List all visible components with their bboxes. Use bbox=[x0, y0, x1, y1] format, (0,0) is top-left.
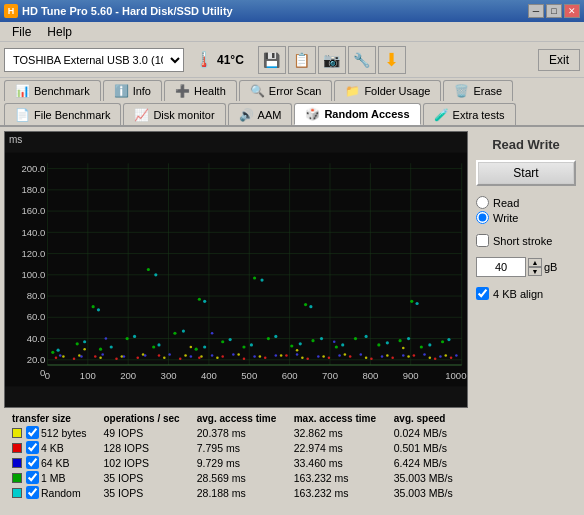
avg-speed-cell: 0.024 MB/s bbox=[390, 425, 464, 440]
svg-point-109 bbox=[211, 332, 214, 335]
transfer-size-label: Random bbox=[41, 487, 81, 499]
svg-point-110 bbox=[333, 340, 336, 343]
toolbar: TOSHIBA External USB 3.0 (1000 gB) 🌡️ 41… bbox=[0, 42, 584, 78]
tab-diskmonitor[interactable]: 📈 Disk monitor bbox=[123, 103, 225, 125]
avg-access-cell: 28.569 ms bbox=[193, 470, 290, 485]
svg-point-130 bbox=[198, 298, 201, 301]
toolbar-icon-1[interactable]: 💾 bbox=[258, 46, 286, 74]
svg-point-86 bbox=[434, 357, 437, 360]
svg-text:800: 800 bbox=[362, 370, 378, 381]
row-checkbox[interactable] bbox=[26, 471, 39, 484]
svg-point-131 bbox=[304, 303, 307, 306]
row-checkbox[interactable] bbox=[26, 441, 39, 454]
radio-read[interactable] bbox=[476, 196, 489, 209]
maximize-button[interactable]: □ bbox=[546, 4, 562, 18]
temperature-display: 🌡️ 41°C bbox=[188, 48, 250, 71]
svg-point-120 bbox=[267, 337, 270, 340]
svg-point-73 bbox=[158, 354, 161, 357]
shortstroke-checkbox-container: Short stroke bbox=[476, 234, 576, 247]
radio-write-label[interactable]: Write bbox=[476, 211, 576, 224]
radio-read-label[interactable]: Read bbox=[476, 196, 576, 209]
svg-point-116 bbox=[173, 332, 176, 335]
svg-point-129 bbox=[92, 305, 95, 308]
svg-point-143 bbox=[250, 343, 253, 346]
ops-cell: 35 IOPS bbox=[99, 470, 192, 485]
ops-cell: 49 IOPS bbox=[99, 425, 192, 440]
app-icon: H bbox=[4, 4, 18, 18]
svg-point-98 bbox=[275, 354, 278, 357]
tab-randomaccess[interactable]: 🎲 Random Access bbox=[294, 103, 420, 125]
transfer-size-label: 64 KB bbox=[41, 457, 70, 469]
svg-point-75 bbox=[198, 356, 201, 359]
randomaccess-icon: 🎲 bbox=[305, 107, 320, 121]
align-label: 4 KB align bbox=[493, 288, 543, 300]
start-button[interactable]: Start bbox=[476, 160, 576, 186]
row-checkbox[interactable] bbox=[26, 426, 39, 439]
menu-file[interactable]: File bbox=[4, 23, 39, 41]
svg-text:180.0: 180.0 bbox=[21, 184, 45, 195]
col-header-max: max. access time bbox=[290, 412, 390, 425]
shortstroke-checkbox[interactable] bbox=[476, 234, 489, 247]
align-checkbox[interactable] bbox=[476, 287, 489, 300]
toolbar-icons: 💾 📋 📷 🔧 ⬇ bbox=[258, 46, 406, 74]
svg-point-142 bbox=[229, 338, 232, 341]
tab-filebenchmark[interactable]: 📄 File Benchmark bbox=[4, 103, 121, 125]
tab-folderusage[interactable]: 📁 Folder Usage bbox=[334, 80, 441, 101]
svg-text:200: 200 bbox=[120, 370, 136, 381]
svg-point-67 bbox=[402, 347, 405, 350]
radio-write[interactable] bbox=[476, 211, 489, 224]
row-checkbox[interactable] bbox=[26, 486, 39, 499]
toolbar-icon-2[interactable]: 📋 bbox=[288, 46, 316, 74]
tab-aam[interactable]: 🔊 AAM bbox=[228, 103, 293, 125]
svg-point-105 bbox=[423, 353, 426, 356]
tab-benchmark[interactable]: 📊 Benchmark bbox=[4, 80, 101, 101]
drive-select[interactable]: TOSHIBA External USB 3.0 (1000 gB) bbox=[4, 48, 184, 72]
svg-point-155 bbox=[309, 305, 312, 308]
spin-down-button[interactable]: ▼ bbox=[528, 267, 542, 276]
spinbox-input[interactable] bbox=[476, 257, 526, 277]
row-checkbox[interactable] bbox=[26, 456, 39, 469]
toolbar-icon-3[interactable]: 📷 bbox=[318, 46, 346, 74]
svg-point-52 bbox=[216, 356, 219, 359]
svg-point-59 bbox=[365, 356, 368, 359]
transfer-size-label: 1 MB bbox=[41, 472, 66, 484]
spin-buttons: ▲ ▼ bbox=[528, 258, 542, 276]
svg-point-79 bbox=[285, 354, 288, 357]
avg-access-cell: 28.188 ms bbox=[193, 485, 290, 500]
svg-point-55 bbox=[280, 354, 283, 357]
svg-point-93 bbox=[168, 353, 171, 356]
svg-point-140 bbox=[182, 330, 185, 333]
toolbar-icon-4[interactable]: 🔧 bbox=[348, 46, 376, 74]
spin-up-button[interactable]: ▲ bbox=[528, 258, 542, 267]
svg-text:160.0: 160.0 bbox=[21, 205, 45, 216]
max-access-cell: 33.460 ms bbox=[290, 455, 390, 470]
svg-point-124 bbox=[354, 337, 357, 340]
svg-point-115 bbox=[152, 345, 155, 348]
svg-point-127 bbox=[420, 345, 423, 348]
svg-point-138 bbox=[133, 335, 136, 338]
minimize-button[interactable]: ─ bbox=[528, 4, 544, 18]
svg-point-88 bbox=[59, 354, 62, 357]
tab-extratests[interactable]: 🧪 Extra tests bbox=[423, 103, 516, 125]
svg-point-111 bbox=[51, 351, 54, 354]
tab-erase[interactable]: 🗑️ Erase bbox=[443, 80, 513, 101]
erase-icon: 🗑️ bbox=[454, 84, 469, 98]
window-controls: ─ □ ✕ bbox=[528, 4, 580, 18]
svg-point-56 bbox=[301, 356, 304, 359]
svg-point-95 bbox=[211, 354, 214, 357]
svg-point-125 bbox=[377, 343, 380, 346]
close-button[interactable]: ✕ bbox=[564, 4, 580, 18]
tab-health[interactable]: ➕ Health bbox=[164, 80, 237, 101]
results-table: transfer size operations / sec avg. acce… bbox=[8, 412, 464, 500]
svg-point-77 bbox=[243, 357, 246, 360]
svg-point-145 bbox=[299, 342, 302, 345]
exit-button[interactable]: Exit bbox=[538, 49, 580, 71]
svg-point-153 bbox=[97, 308, 100, 311]
temperature-value: 41°C bbox=[217, 53, 244, 67]
svg-text:400: 400 bbox=[201, 370, 217, 381]
svg-point-66 bbox=[296, 349, 299, 352]
tab-errorscan[interactable]: 🔍 Error Scan bbox=[239, 80, 333, 101]
menu-help[interactable]: Help bbox=[39, 23, 80, 41]
tab-info[interactable]: ℹ️ Info bbox=[103, 80, 162, 101]
toolbar-icon-5[interactable]: ⬇ bbox=[378, 46, 406, 74]
